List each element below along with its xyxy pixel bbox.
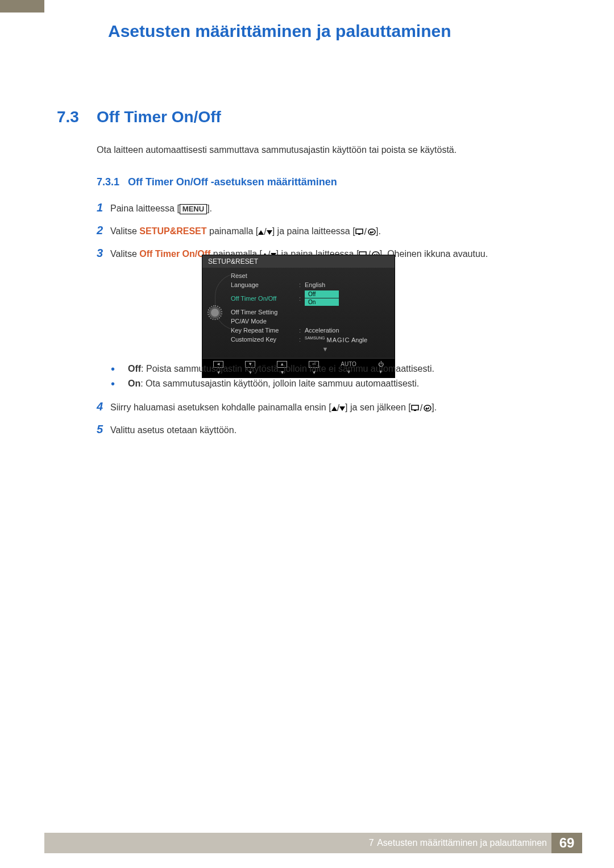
source-enter-icon: / [355, 225, 376, 239]
section-number: 7.3 [57, 108, 79, 126]
osd-window: SETUP&RESET Reset Language : English Off… [202, 255, 395, 378]
off-timer-label: Off Timer On/Off [139, 249, 210, 259]
svg-rect-1 [358, 234, 360, 235]
bullet-dot-icon: • [111, 379, 128, 389]
osd-row-customized-key: Customized Key : SAMSUNG MAGIC Angle [227, 335, 395, 344]
svg-rect-6 [412, 405, 418, 410]
subsection-number: 7.3.1 [97, 176, 119, 188]
subsection-heading: 7.3.1 Off Timer On/Off -asetuksen määrit… [97, 176, 337, 188]
gear-icon [209, 307, 221, 318]
osd-more-indicator: ▼ [227, 344, 395, 355]
on-label: On [128, 379, 140, 388]
osd-option-on: On [305, 298, 339, 306]
footer-chapter-text: 7 Asetusten määrittäminen ja palauttamin… [369, 838, 551, 848]
bullet-dot-icon: • [111, 364, 128, 374]
step-2: 2 Valitse SETUP&RESET painamalla [/] ja … [97, 222, 551, 239]
osd-row-language: Language : English [227, 280, 395, 289]
step-text: Paina laitteessa [MENU]. [110, 202, 551, 215]
section-title: Off Timer On/Off [97, 108, 221, 126]
source-enter-icon: / [411, 401, 432, 415]
svg-rect-8 [424, 405, 431, 411]
up-down-icon: / [331, 401, 345, 415]
bullet-list: • Off: Poista sammutusajastin käytöstä, … [111, 364, 549, 393]
off-label: Off [128, 364, 141, 373]
step-number: 4 [97, 398, 110, 415]
bullet-on: • On: Ota sammutusajastin käyttöön, joll… [111, 379, 549, 389]
svg-rect-0 [356, 229, 363, 234]
bullet-off: • Off: Poista sammutusajastin käytöstä, … [111, 364, 549, 374]
subsection-title: Off Timer On/Off -asetuksen määrittämine… [128, 176, 337, 188]
footer-bar: 7 Asetusten määrittäminen ja palauttamin… [44, 833, 582, 853]
osd-row-reset: Reset [227, 271, 395, 280]
osd-side-icon-area [202, 268, 227, 358]
step-number: 3 [97, 244, 110, 261]
step-4: 4 Siirry haluamasi asetuksen kohdalle pa… [97, 398, 551, 415]
osd-option-off: Off [305, 290, 339, 298]
osd-title: SETUP&RESET [202, 255, 395, 268]
svg-rect-2 [368, 229, 375, 235]
step-number: 2 [97, 222, 110, 239]
step-text: Valittu asetus otetaan käyttöön. [110, 423, 551, 437]
chapter-title: Asetusten määrittäminen ja palauttaminen [108, 22, 451, 41]
step-number: 1 [97, 199, 110, 216]
up-down-icon: / [258, 225, 272, 239]
menu-button-label: MENU [180, 204, 207, 214]
step-number: 5 [97, 421, 110, 438]
step-text: Siirry haluamasi asetuksen kohdalle pain… [110, 401, 551, 415]
steps-list-after: 4 Siirry haluamasi asetuksen kohdalle pa… [97, 398, 551, 443]
osd-row-key-repeat: Key Repeat Time : Acceleration [227, 326, 395, 335]
step-1: 1 Paina laitteessa [MENU]. [97, 199, 551, 216]
setup-reset-label: SETUP&RESET [139, 226, 206, 236]
osd-menu: Reset Language : English Off Timer On/Of… [227, 268, 395, 358]
osd-row-off-timer-onoff: Off Timer On/Off : Off On [227, 289, 395, 308]
left-tab-accent [0, 0, 44, 13]
osd-row-off-timer-setting: Off Timer Setting [227, 308, 395, 317]
step-5: 5 Valittu asetus otetaan käyttöön. [97, 421, 551, 438]
page-number: 69 [551, 833, 582, 853]
step-text: Valitse SETUP&RESET painamalla [/] ja pa… [110, 225, 551, 239]
osd-body: Reset Language : English Off Timer On/Of… [202, 268, 395, 358]
left-margin-tab [0, 0, 44, 868]
osd-row-pcav-mode: PC/AV Mode [227, 317, 395, 326]
section-intro: Ota laitteen automaattisesti sammuttava … [97, 145, 457, 155]
svg-rect-7 [414, 410, 416, 411]
